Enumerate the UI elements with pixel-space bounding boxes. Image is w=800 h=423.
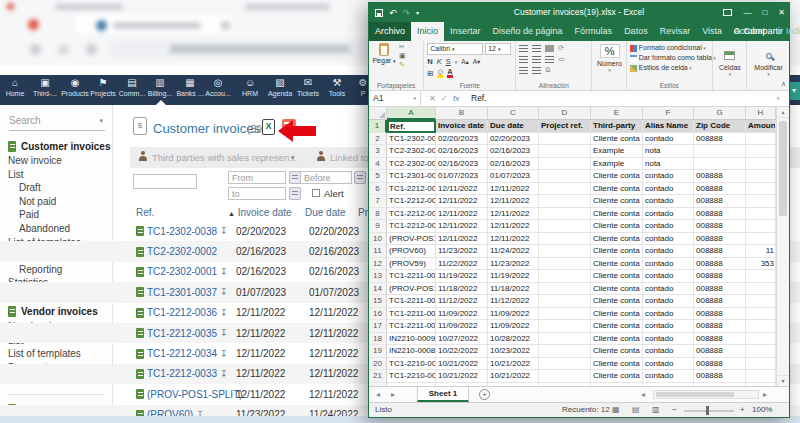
font-size-select[interactable]: 12 ▾ xyxy=(485,43,511,55)
navbar-item-home[interactable]: ⌂Home xyxy=(0,77,31,98)
alert-checkbox[interactable] xyxy=(312,189,320,197)
enter-icon[interactable]: ✓ xyxy=(441,91,448,106)
name-box[interactable]: A1▾ xyxy=(369,91,421,106)
cell[interactable]: 11/23/2022 xyxy=(436,245,488,258)
cell[interactable]: 10/23/2022 xyxy=(488,345,539,358)
cell[interactable]: 008888 xyxy=(694,133,746,146)
zoom-slider-thumb[interactable] xyxy=(706,406,709,415)
cell[interactable]: TC2-2302-00 xyxy=(387,145,436,158)
cell[interactable]: 02/20/2023 xyxy=(488,133,539,146)
cell[interactable]: contado xyxy=(643,370,694,383)
borders-icon[interactable]: ⊞ xyxy=(427,69,433,78)
ribbon-options-icon[interactable] xyxy=(723,9,732,16)
shrink-font-button[interactable]: A▾ xyxy=(473,58,481,66)
cell[interactable]: 11/19/2022 xyxy=(488,270,539,283)
invoice-ref-link[interactable]: TC1-2212-0033 xyxy=(147,368,217,379)
formula-content[interactable]: Ref. xyxy=(471,91,487,106)
cell[interactable]: 01/07/2023 xyxy=(488,170,539,183)
excel-titlebar[interactable]: ↶ ↷ ▾ Customer invoices(19).xlsx - Excel… xyxy=(369,3,789,22)
row-number[interactable]: 10 xyxy=(369,233,387,246)
close-button[interactable]: ✕ xyxy=(778,8,785,17)
cell[interactable]: IN2210-0008 xyxy=(387,345,436,358)
sheet-prev-icon[interactable]: ◂ xyxy=(376,387,380,402)
date-before-input[interactable]: Before xyxy=(300,171,352,184)
cell[interactable]: 008888 xyxy=(694,370,746,383)
cell[interactable]: 11/19/2022 xyxy=(436,270,488,283)
cell[interactable]: 10/21/2022 xyxy=(436,358,488,371)
cell[interactable]: contado xyxy=(643,258,694,271)
cell[interactable] xyxy=(746,358,776,371)
cell[interactable]: contado xyxy=(643,358,694,371)
cell[interactable]: TC1-2212-00 xyxy=(387,183,436,196)
cell[interactable]: 353 xyxy=(746,258,776,271)
fill-color-button[interactable]: ◇ xyxy=(438,68,444,78)
cell[interactable]: TC2-2302-00 xyxy=(387,158,436,171)
cut-icon[interactable]: ✂ xyxy=(399,43,406,51)
cell[interactable]: 10/27/2022 xyxy=(436,333,488,346)
cell[interactable]: 10/21/2022 xyxy=(488,370,539,383)
cell[interactable]: contado xyxy=(643,195,694,208)
cell[interactable]: 008888 xyxy=(694,183,746,196)
cell[interactable]: 12/11/2022 xyxy=(488,208,539,221)
cell[interactable]: Cliente conta xyxy=(591,333,643,346)
sheet-next-icon[interactable]: ▸ xyxy=(391,387,395,402)
cell[interactable]: contado xyxy=(643,345,694,358)
cell[interactable] xyxy=(539,283,591,296)
header-cell[interactable]: Alias Name xyxy=(643,120,694,133)
percent-style-button[interactable]: % xyxy=(600,44,620,58)
scroll-up-icon[interactable]: ▴ xyxy=(777,107,789,118)
cell[interactable] xyxy=(746,308,776,321)
cell[interactable]: 11/09/2022 xyxy=(436,308,488,321)
sidebar-item-draft[interactable]: Draft xyxy=(0,181,112,195)
align-left-icon[interactable] xyxy=(519,56,528,63)
cell[interactable] xyxy=(746,158,776,171)
cell[interactable]: 12/11/2022 xyxy=(488,233,539,246)
cell[interactable]: 12/11/2022 xyxy=(436,208,488,221)
navbar-item-accountancy[interactable]: ◎Accou... xyxy=(202,77,234,98)
cell[interactable]: contado xyxy=(643,233,694,246)
row-number[interactable]: 19 xyxy=(369,345,387,358)
cell[interactable]: Cliente conta xyxy=(591,345,643,358)
calendar-icon[interactable] xyxy=(354,171,366,184)
header-cell[interactable]: Third-party xyxy=(591,120,643,133)
cell[interactable]: nota xyxy=(643,145,694,158)
cell[interactable]: 02/16/2023 xyxy=(436,158,488,171)
active-cell[interactable]: Ref. xyxy=(387,120,436,133)
cell[interactable]: contado xyxy=(643,245,694,258)
conditional-format-button[interactable]: Formato condicional ▾ xyxy=(630,43,710,53)
row-number[interactable]: 7 xyxy=(369,195,387,208)
page-break-view-icon[interactable]: ▥ xyxy=(652,403,660,417)
download-icon[interactable]: ↧ xyxy=(220,328,228,338)
cell[interactable]: contado xyxy=(643,308,694,321)
cell[interactable]: contado xyxy=(643,133,694,146)
download-icon[interactable]: ↧ xyxy=(220,267,228,277)
cell[interactable]: contado xyxy=(643,333,694,346)
cell[interactable] xyxy=(539,270,591,283)
insert-function-icon[interactable]: fx xyxy=(453,91,459,106)
cell[interactable]: TC1-2210-00 xyxy=(387,370,436,383)
row-number[interactable]: 2 xyxy=(369,133,387,146)
cell[interactable]: Cliente conta xyxy=(591,295,643,308)
row-number[interactable]: 16 xyxy=(369,308,387,321)
cell[interactable] xyxy=(746,220,776,233)
cell[interactable]: Cliente conta xyxy=(591,208,643,221)
row-number[interactable]: 17 xyxy=(369,320,387,333)
cell[interactable]: 11/12/2022 xyxy=(488,295,539,308)
filter-sales-rep[interactable]: Third parties with sales represen... xyxy=(152,152,297,163)
cell[interactable]: 10/28/2022 xyxy=(488,333,539,346)
cell[interactable] xyxy=(746,333,776,346)
paste-button[interactable]: Pegar ▾ xyxy=(372,43,396,64)
row-number[interactable]: 3 xyxy=(369,145,387,158)
zoom-in-icon[interactable]: + xyxy=(740,403,745,417)
download-icon[interactable]: ↧ xyxy=(220,287,228,297)
decrease-indent-icon[interactable] xyxy=(519,67,528,74)
cell[interactable]: Example xyxy=(591,145,643,158)
cell[interactable] xyxy=(539,320,591,333)
cell[interactable]: 10/22/2022 xyxy=(436,345,488,358)
cell[interactable]: 11/23/2022 xyxy=(488,258,539,271)
cell[interactable] xyxy=(539,233,591,246)
col-due-date[interactable]: Due date xyxy=(305,207,346,218)
cell[interactable]: 12/11/2022 xyxy=(436,220,488,233)
row-number[interactable]: 5 xyxy=(369,170,387,183)
cells-button[interactable]: Celdas ▾ xyxy=(716,46,744,77)
